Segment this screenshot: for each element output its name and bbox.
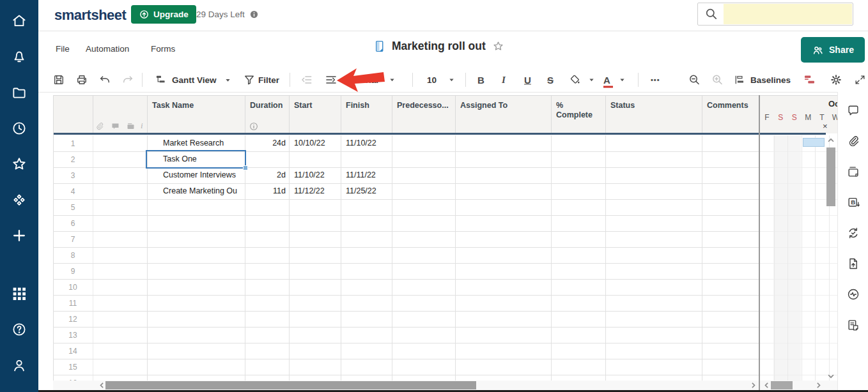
comments-column-icon[interactable] [111, 121, 120, 131]
row-number[interactable]: 2 [53, 155, 93, 164]
more-options-button[interactable]: ••• [651, 76, 660, 84]
favorites-star-icon[interactable] [11, 156, 28, 173]
account-person-icon[interactable] [11, 357, 27, 373]
indent-button[interactable] [325, 73, 337, 86]
info-column-icon[interactable]: i [141, 121, 143, 131]
cell-dur[interactable]: 24d [245, 135, 289, 151]
cell-dur[interactable]: 2d [245, 167, 289, 183]
activity-log-icon[interactable] [846, 287, 860, 301]
vertical-scrollbar-thumb[interactable] [826, 147, 835, 206]
cell-start[interactable]: 11/12/22 [289, 183, 341, 199]
cell-start[interactable]: 10/10/22 [289, 135, 341, 151]
font-family-select[interactable]: Arial [359, 75, 397, 85]
column-header-com[interactable]: Comments [707, 101, 748, 110]
scroll-right-icon[interactable] [749, 381, 757, 389]
search-input[interactable] [724, 4, 852, 24]
info-icon[interactable] [249, 10, 259, 19]
selected-cell-outline[interactable] [146, 150, 246, 169]
gantt-task-bar[interactable] [803, 138, 825, 147]
filter-button[interactable]: Filter [243, 73, 279, 86]
row-number[interactable]: 14 [53, 347, 93, 356]
proofs-icon[interactable] [846, 165, 860, 179]
app-launcher-grid-icon[interactable] [12, 286, 27, 302]
summary-icon[interactable] [846, 318, 860, 332]
attachment-column-icon[interactable] [95, 121, 105, 132]
outdent-button[interactable] [300, 73, 313, 86]
critical-path-button[interactable] [803, 73, 816, 87]
menu-file[interactable]: File [56, 44, 70, 54]
settings-gear-icon[interactable] [830, 73, 842, 86]
row-number[interactable]: 10 [53, 283, 93, 292]
favorite-star-icon[interactable] [492, 40, 505, 53]
menu-forms[interactable]: Forms [151, 44, 175, 54]
home-icon[interactable] [11, 12, 27, 29]
column-header-start[interactable]: Start [294, 101, 312, 110]
zoom-in-button[interactable] [711, 73, 724, 87]
row-number[interactable]: 7 [53, 235, 93, 244]
redo-button[interactable] [121, 73, 134, 86]
row-number[interactable]: 8 [53, 251, 93, 260]
solution-center-icon[interactable] [12, 192, 27, 208]
column-header-asg[interactable]: Assigned To [460, 101, 508, 110]
row-number[interactable]: 4 [53, 187, 93, 196]
column-header-pct[interactable]: % Complete [556, 101, 601, 120]
search-box[interactable] [697, 3, 853, 26]
gantt-hscroll-thumb[interactable] [771, 381, 793, 389]
scroll-down-icon[interactable] [826, 372, 835, 381]
column-header-task[interactable]: Task Name [152, 101, 194, 110]
row-number[interactable]: 15 [53, 363, 93, 372]
column-header-dur[interactable]: Duration [250, 101, 283, 110]
menu-automation[interactable]: Automation [86, 44, 129, 54]
cell-task[interactable]: Customer Interviews [147, 167, 245, 183]
column-header-pred[interactable]: Predecesso... [397, 101, 449, 110]
folder-icon[interactable] [11, 84, 27, 101]
cell-fin[interactable]: 11/25/22 [341, 183, 392, 199]
strikethrough-button[interactable]: S [547, 75, 554, 86]
baselines-button[interactable]: Baselines [734, 73, 791, 86]
row-number[interactable]: 6 [53, 219, 93, 228]
bold-button[interactable]: B [477, 75, 484, 86]
grid-hscroll-thumb[interactable] [105, 381, 476, 389]
cell-fin[interactable]: 11/11/22 [341, 167, 392, 183]
publish-icon[interactable] [846, 257, 860, 271]
create-plus-icon[interactable] [12, 228, 27, 244]
save-button[interactable] [52, 73, 65, 86]
row-number[interactable]: 12 [53, 315, 93, 324]
share-button[interactable]: Share [801, 37, 865, 63]
row-number[interactable]: 5 [53, 203, 93, 212]
attachments-icon[interactable] [846, 134, 860, 148]
proof-column-icon[interactable] [126, 121, 136, 131]
row-number[interactable]: 13 [53, 331, 93, 340]
column-header-fin[interactable]: Finish [346, 101, 369, 110]
row-number[interactable]: 9 [53, 267, 93, 276]
zoom-out-button[interactable] [688, 73, 701, 87]
gantt-scroll-left-icon[interactable] [763, 381, 771, 389]
cell-dur[interactable]: 11d [245, 183, 289, 199]
row-number[interactable]: 3 [53, 171, 93, 180]
duration-info-icon[interactable] [249, 121, 259, 132]
conversations-icon[interactable] [846, 103, 860, 117]
underline-button[interactable]: U [524, 75, 531, 86]
row-number[interactable]: 11 [53, 299, 93, 308]
row-number[interactable]: 1 [53, 139, 93, 148]
gantt-close-icon[interactable]: × [823, 121, 828, 131]
grid-gantt-divider[interactable] [759, 95, 760, 390]
scroll-up-icon[interactable] [826, 136, 835, 145]
cell-start[interactable]: 11/10/22 [289, 167, 341, 183]
upgrade-button[interactable]: Upgrade [131, 5, 196, 24]
gantt-scroll-right-icon[interactable] [814, 381, 823, 389]
cell-task[interactable]: Market Research [147, 135, 245, 151]
fill-color-button[interactable] [569, 74, 596, 86]
view-selector[interactable]: Gantt View [155, 73, 233, 86]
font-size-select[interactable]: 10 [427, 75, 456, 85]
column-header-status[interactable]: Status [610, 101, 635, 110]
help-icon[interactable] [12, 322, 27, 338]
recents-clock-icon[interactable] [11, 120, 27, 137]
text-color-button[interactable]: A [603, 75, 627, 86]
undo-button[interactable] [98, 73, 111, 86]
italic-button[interactable]: I [502, 75, 506, 86]
cell-fin[interactable]: 11/10/22 [341, 135, 392, 151]
update-requests-icon[interactable] [846, 226, 860, 240]
print-button[interactable] [75, 73, 88, 86]
fullscreen-expand-icon[interactable] [854, 74, 866, 86]
